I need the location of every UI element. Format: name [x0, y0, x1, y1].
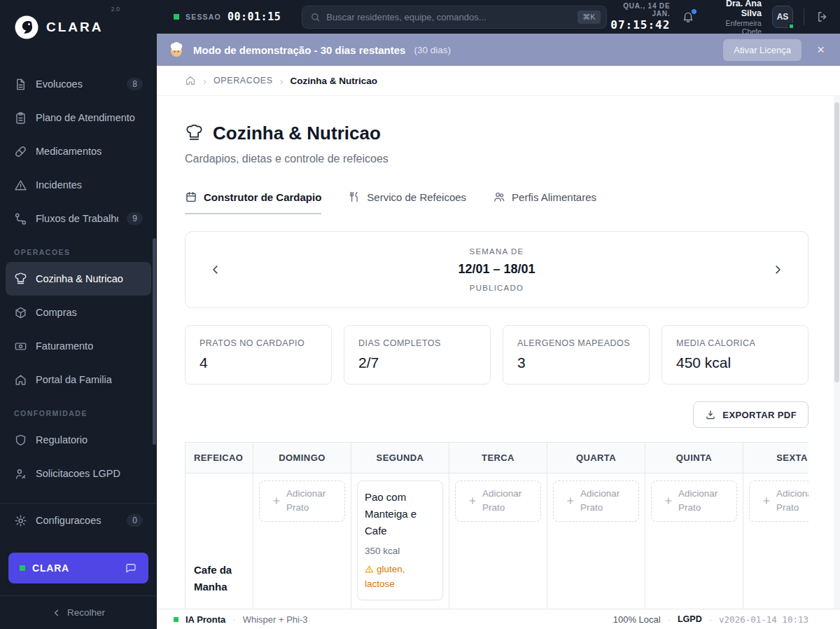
ai-status-dot [174, 617, 178, 622]
main-scrollbar[interactable] [834, 102, 839, 382]
week-status-badge: PUBLICADO [227, 284, 766, 292]
search-shortcut-kbd: ⌘K [578, 11, 600, 24]
breadcrumb: › OPERACOES › Cozinha & Nutricao [157, 66, 840, 96]
session-label: SESSAO [186, 13, 221, 21]
close-banner-button[interactable]: × [810, 42, 832, 57]
separator-dot: · [232, 614, 235, 625]
pill-icon [14, 145, 27, 158]
breadcrumb-home-button[interactable] [185, 75, 196, 86]
add-dish-label: Adicionar Prato [580, 487, 626, 516]
add-dish-button[interactable]: Adicionar Prato [553, 481, 639, 522]
page-title: Cozinha & Nutricao [213, 123, 381, 144]
tab-label: Construtor de Cardapio [204, 191, 321, 203]
breadcrumb-section[interactable]: OPERACOES [214, 76, 273, 85]
menu-builder-table: REFEICAO DOMINGO SEGUNDA TERCA QUARTA QU… [185, 442, 808, 609]
chevron-left-icon [209, 263, 222, 276]
badge: 9 [127, 212, 143, 225]
collapse-label: Recolher [67, 607, 105, 618]
topbar-right: QUA., 14 DE JAN. 07:15:42 Dra. Ana Silva… [607, 0, 830, 36]
sidebar-item-label: Fluxos de Trabalho [36, 213, 118, 224]
sidebar-item-configuracoes[interactable]: Configuracoes 0 [6, 504, 151, 537]
sidebar-item-solicitacoes-lgpd[interactable]: Solicitacoes LGPD [6, 457, 151, 490]
export-pdf-button[interactable]: EXPORTAR PDF [693, 401, 808, 428]
sidebar-item-label: Compras [36, 307, 77, 318]
column-header-sexta: SEXTA [743, 443, 809, 474]
clock-date: QUA., 14 DE JAN. [607, 2, 671, 18]
chef-hat-icon [14, 272, 27, 286]
gear-icon [14, 514, 27, 527]
breadcrumb-separator: › [280, 75, 284, 87]
sidebar-item-cozinha-nutricao[interactable]: Cozinha & Nutricao [6, 262, 151, 296]
ai-engine-label: Whisper + Phi-3 [243, 614, 308, 625]
add-dish-button[interactable]: Adicionar Prato [259, 481, 345, 522]
sidebar-item-regulatorio[interactable]: Regulatorio [6, 423, 151, 457]
avatar[interactable]: AS [772, 6, 793, 28]
workflow-icon [14, 212, 27, 226]
column-header-terca: TERCA [449, 443, 547, 474]
sidebar-item-medicamentos[interactable]: Medicamentos [6, 134, 151, 168]
activate-license-button[interactable]: Ativar Licença [723, 39, 802, 61]
tab-label: Servico de Refeicoes [367, 191, 466, 203]
add-dish-button[interactable]: Adicionar Prato [455, 481, 541, 522]
stat-dias-completos: DIAS COMPLETOS 2/7 [344, 325, 491, 385]
global-search[interactable]: ⌘K [302, 6, 606, 29]
search-icon [310, 12, 321, 22]
sidebar-item-label: Configuracoes [36, 515, 102, 526]
logout-button[interactable] [815, 9, 830, 25]
badge: 8 [127, 78, 143, 90]
week-info: SEMANA DE 12/01 – 18/01 PUBLICADO [227, 247, 766, 292]
banner-message: Modo de demonstração - 30 dias restantes [193, 44, 405, 56]
main-column: SESSAO 00:01:15 ⌘K QUA., 14 DE JAN. 07:1… [157, 0, 840, 629]
stat-label: DIAS COMPLETOS [358, 338, 476, 348]
day-cell-sexta: Adicionar Prato [743, 474, 809, 609]
badge: 0 [127, 514, 143, 527]
tab-construtor-de-cardapio[interactable]: Construtor de Cardapio [185, 191, 321, 214]
add-dish-button[interactable]: Adicionar Prato [749, 481, 808, 522]
sidebar-bottom: Configuracoes 0 CLARA Recolher [0, 503, 157, 629]
add-dish-label: Adicionar Prato [482, 487, 528, 516]
sidebar-item-label: Cozinha & Nutricao [36, 273, 123, 284]
sidebar-item-incidentes[interactable]: Incidentes [6, 168, 151, 202]
separator-dot: · [709, 614, 712, 625]
stat-value: 3 [517, 354, 635, 371]
previous-week-button[interactable] [204, 258, 227, 282]
clara-assistant-button[interactable]: CLARA [8, 553, 148, 583]
shield-icon [14, 434, 27, 447]
collapse-sidebar-button[interactable]: Recolher [0, 595, 157, 629]
notifications-button[interactable] [680, 9, 696, 25]
sidebar-section-operacoes: OPERACOES [14, 248, 143, 256]
notification-dot [692, 9, 696, 14]
sidebar-item-plano-de-atendimento[interactable]: Plano de Atendimento [6, 101, 151, 134]
add-dish-label: Adicionar Prato [776, 487, 808, 516]
next-week-button[interactable] [766, 258, 790, 282]
online-status-dot [788, 23, 794, 29]
separator-dot: · [668, 614, 671, 625]
package-icon [14, 306, 27, 319]
clipboard-icon [14, 111, 27, 125]
sidebar-scrollbar[interactable] [153, 238, 156, 445]
avatar-initials: AS [777, 12, 789, 22]
sidebar-item-compras[interactable]: Compras [6, 296, 151, 329]
plus-icon [566, 496, 575, 506]
sidebar-item-evolucoes[interactable]: Evolucoes 8 [6, 67, 151, 101]
sidebar-item-label: Plano de Atendimento [36, 112, 135, 123]
logout-icon [816, 11, 829, 23]
stats-row: PRATOS NO CARDAPIO 4 DIAS COMPLETOS 2/7 … [185, 325, 808, 385]
sidebar-item-fluxos-de-trabalho[interactable]: Fluxos de Trabalho 9 [6, 202, 151, 235]
tab-servico-de-refeicoes[interactable]: Servico de Refeicoes [348, 191, 466, 214]
search-input[interactable] [326, 12, 572, 22]
toolbar: EXPORTAR PDF [185, 401, 808, 428]
tab-perfis-alimentares[interactable]: Perfis Alimentares [493, 191, 596, 214]
user-role: Enfermeira Chefe [706, 19, 762, 36]
dish-name: Pao com Manteiga e Cafe [365, 489, 435, 539]
sidebar-item-faturamento[interactable]: Faturamento [6, 329, 151, 363]
utensils-icon [348, 191, 360, 203]
dish-card[interactable]: Pao com Manteiga e Cafe 350 kcal gluten,… [357, 481, 443, 600]
week-selector: SEMANA DE 12/01 – 18/01 PUBLICADO [185, 231, 808, 308]
chat-bubble-icon [125, 562, 137, 574]
sidebar-item-portal-da-familia[interactable]: Portal da Familia [6, 363, 151, 396]
week-range: 12/01 – 18/01 [227, 262, 766, 277]
day-cell-domingo: Adicionar Prato [253, 474, 351, 609]
page-subtitle: Cardapios, dietas e controle de refeicoe… [185, 153, 808, 165]
add-dish-button[interactable]: Adicionar Prato [651, 481, 737, 522]
